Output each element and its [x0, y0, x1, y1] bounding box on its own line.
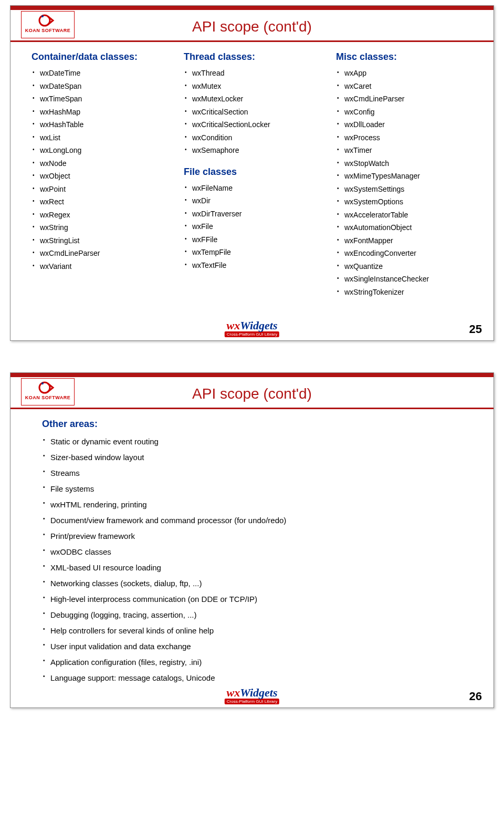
list-item: wxTimer [336, 144, 478, 157]
heading-misc: Misc classes: [336, 51, 478, 63]
list-item: wxStringTokenizer [336, 286, 478, 299]
list-item: wxDirTraverser [184, 207, 326, 221]
list-item: wxCriticalSection [184, 106, 326, 119]
list-item: wxConfig [336, 106, 478, 119]
list-misc-classes: wxAppwxCaretwxCmdLineParserwxConfigwxDll… [336, 67, 478, 298]
list-item: Application configuration (files, regist… [42, 654, 478, 670]
list-item: wxMimeTypesManager [336, 170, 478, 183]
slide-title: API scope (cont'd) [10, 379, 494, 407]
list-other-areas: Static or dynamic event routingSizer-bas… [42, 434, 478, 686]
list-item: Sizer-based window layout [42, 450, 478, 465]
koan-logo-text: KOAN SOFTWARE [22, 28, 74, 33]
list-item: wxVariant [32, 260, 173, 273]
column-1: Container/data classes: wxDateTimewxDate… [32, 51, 173, 298]
list-container-classes: wxDateTimewxDateSpanwxTimeSpanwxHashMapw… [32, 67, 173, 273]
column-2: Thread classes: wxThreadwxMutexwxMutexLo… [184, 51, 326, 298]
list-item: Streams [42, 465, 478, 481]
heading-container: Container/data classes: [32, 51, 173, 63]
list-item: wxDateSpan [32, 80, 173, 93]
list-item: wxThread [184, 67, 326, 80]
list-item: wxDateTime [32, 67, 173, 80]
list-item: User input validation and data exchange [42, 639, 478, 654]
list-item: wxProcess [336, 131, 478, 144]
koan-logo: KOAN SOFTWARE [21, 11, 75, 38]
wx-prefix: wx [227, 686, 240, 699]
list-item: wxRegex [32, 209, 173, 222]
list-item: wxTimeSpan [32, 92, 173, 106]
page-number: 25 [469, 322, 482, 336]
list-item: wxList [32, 131, 173, 144]
slide-header: KOAN SOFTWARE API scope (cont'd) [10, 10, 494, 40]
svg-point-1 [41, 15, 44, 17]
list-item: wxSystemOptions [336, 195, 478, 209]
top-red-bar [10, 6, 494, 10]
list-item: wxFontMapper [336, 234, 478, 247]
slide-26: KOAN SOFTWARE API scope (cont'd) Other a… [10, 372, 494, 708]
list-item: wxNode [32, 157, 173, 170]
list-item: wxQuantize [336, 260, 478, 273]
heading-thread: Thread classes: [184, 51, 326, 63]
list-item: wxHashMap [32, 106, 173, 119]
list-item: wxCmdLineParser [336, 92, 478, 106]
wx-suffix: Widgets [240, 319, 277, 332]
list-item: Debugging (logging, tracing, assertion, … [42, 607, 478, 623]
koan-logo: KOAN SOFTWARE [21, 378, 75, 405]
list-item: wxApp [336, 67, 478, 80]
list-item: XML-based UI resource loading [42, 560, 478, 576]
list-item: wxRect [32, 195, 173, 209]
slide-25: KOAN SOFTWARE API scope (cont'd) Contain… [10, 5, 494, 341]
list-thread-classes: wxThreadwxMutexwxMutexLockerwxCriticalSe… [184, 67, 326, 157]
wxwidgets-logo: wxWidgets Cross-Platform GUI Library [225, 686, 279, 704]
slide-content: Container/data classes: wxDateTimewxDate… [10, 42, 494, 340]
list-item: wxPoint [32, 183, 173, 196]
column-3: Misc classes: wxAppwxCaretwxCmdLineParse… [336, 51, 478, 298]
list-item: Help controllers for several kinds of on… [42, 623, 478, 639]
list-item: wxSemaphore [184, 144, 326, 157]
wx-tagline: Cross-Platform GUI Library [225, 699, 279, 704]
koan-logo-icon [37, 380, 58, 395]
slide-content: Other areas: Static or dynamic event rou… [10, 409, 494, 707]
list-item: File systems [42, 481, 478, 497]
list-item: wxString [32, 221, 173, 234]
list-item: wxSingleInstanceChecker [336, 273, 478, 286]
top-red-bar [10, 373, 494, 377]
wx-suffix: Widgets [240, 686, 277, 699]
heading-other: Other areas: [42, 419, 478, 430]
list-item: Networking classes (sockets, dialup, ftp… [42, 576, 478, 591]
list-item: Static or dynamic event routing [42, 434, 478, 450]
list-item: wxSystemSettings [336, 183, 478, 196]
list-file-classes: wxFileNamewxDirwxDirTraverserwxFilewxFFi… [184, 182, 326, 272]
list-item: wxLongLong [32, 144, 173, 157]
list-item: wxStringList [32, 234, 173, 247]
list-item: Print/preview framework [42, 528, 478, 544]
page-number: 26 [469, 690, 482, 703]
svg-point-3 [41, 382, 44, 384]
list-item: wxObject [32, 170, 173, 183]
list-item: wxCmdLineParser [32, 247, 173, 260]
wxwidgets-logo: wxWidgets Cross-Platform GUI Library [225, 319, 279, 337]
list-item: Language support: message catalogs, Unic… [42, 670, 478, 686]
heading-file: File classes [184, 167, 326, 178]
list-item: wxHTML rendering, printing [42, 497, 478, 513]
list-item: wxTextFile [184, 259, 326, 272]
list-item: wxFFile [184, 233, 326, 246]
list-item: wxODBC classes [42, 544, 478, 560]
list-item: High-level interprocess communication (o… [42, 591, 478, 607]
slide-header: KOAN SOFTWARE API scope (cont'd) [10, 377, 494, 408]
wx-prefix: wx [227, 319, 240, 332]
list-item: wxFile [184, 220, 326, 233]
list-item: wxHashTable [32, 118, 173, 131]
koan-logo-icon [37, 13, 58, 28]
list-item: wxFileName [184, 182, 326, 195]
wx-tagline: Cross-Platform GUI Library [225, 331, 279, 337]
list-item: wxCondition [184, 131, 326, 144]
list-item: wxAutomationObject [336, 221, 478, 234]
list-item: wxAcceleratorTable [336, 209, 478, 222]
list-item: wxMutex [184, 80, 326, 93]
list-item: wxDir [184, 194, 326, 207]
slide-title: API scope (cont'd) [10, 12, 494, 39]
list-item: wxStopWatch [336, 157, 478, 170]
list-item: wxDllLoader [336, 118, 478, 131]
list-item: wxMutexLocker [184, 92, 326, 106]
koan-logo-text: KOAN SOFTWARE [22, 395, 74, 400]
